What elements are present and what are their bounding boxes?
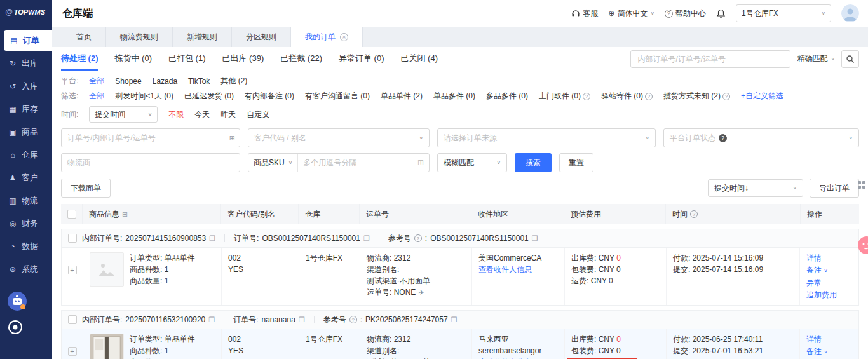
platform-option-all[interactable]: 全部 — [89, 76, 104, 86]
order-source-select[interactable]: 请选择订单来源 ∨ — [437, 128, 656, 147]
status-tab-shipped[interactable]: 已出库 (39) — [222, 47, 264, 71]
multi-input-icon[interactable]: ⊞ — [229, 134, 235, 142]
help-center-link[interactable]: ? 帮助中心 — [665, 8, 706, 19]
filter-option-door-pickup[interactable]: 上门取件 (0) ? — [539, 91, 590, 102]
status-tab-packed[interactable]: 已打包 (1) — [168, 47, 206, 71]
platform-option-shopee[interactable]: Shopee — [115, 77, 141, 86]
filter-option-pickup-unknown[interactable]: 揽货方式未知 (2) ? — [663, 91, 730, 102]
notification-bell-button[interactable] — [716, 9, 726, 18]
order-checkbox[interactable] — [68, 315, 77, 324]
sidebar-item-logistics[interactable]: ▥ 物流 — [0, 191, 52, 211]
quick-search-input[interactable] — [630, 50, 790, 68]
extra-fee-link[interactable]: 追加费用 — [806, 289, 852, 301]
sort-select[interactable]: 提交时间↓ ∨ — [708, 179, 803, 197]
order-checkbox[interactable] — [68, 234, 77, 243]
platform-option-tiktok[interactable]: TikTok — [188, 77, 210, 86]
customer-service-button[interactable]: 客服 — [571, 8, 598, 19]
status-tab-pending[interactable]: 待处理 (2) — [61, 47, 98, 71]
export-orders-button[interactable]: 导出订单 — [810, 179, 859, 198]
tab-zone-rules[interactable]: 分区规则 — [232, 27, 291, 47]
copy-icon[interactable]: ❐ — [451, 316, 458, 324]
platform-option-lazada[interactable]: Lazada — [153, 77, 177, 86]
search-icon-button[interactable] — [841, 50, 859, 68]
product-thumbnail[interactable] — [90, 334, 124, 359]
expand-row-icon[interactable]: + — [68, 347, 77, 356]
time-option-custom[interactable]: 自定义 — [247, 109, 269, 120]
select-all-checkbox[interactable] — [67, 210, 76, 219]
help-icon[interactable]: ? — [690, 210, 698, 218]
tab-close-icon[interactable]: × — [340, 33, 348, 41]
sidebar-item-data[interactable]: ◔ 数据 — [0, 236, 52, 257]
feedback-float-button[interactable] — [858, 236, 868, 254]
filter-option-station-send[interactable]: 驿站寄件 (0) ? — [601, 91, 653, 102]
sidebar-item-system[interactable]: ⊛ 系统 — [0, 259, 52, 280]
copy-icon[interactable]: ❐ — [209, 234, 215, 243]
help-icon[interactable]: ? — [414, 234, 422, 242]
order-no-input[interactable] — [61, 128, 240, 147]
status-tab-picking[interactable]: 拣货中 (0) — [115, 47, 153, 71]
sidebar-item-inventory[interactable]: ▦ 库存 — [0, 99, 52, 119]
customer-code-select[interactable]: 客户代码 / 别名 ∨ — [248, 128, 430, 147]
help-icon[interactable]: ? — [349, 316, 357, 323]
abnormal-link[interactable]: 异常 — [806, 277, 852, 288]
status-tab-intercepted[interactable]: 已拦截 (22) — [280, 47, 322, 71]
filter-option-ship-lt-1day[interactable]: 剩发时间<1天 (0) — [115, 91, 173, 102]
platform-status-select[interactable]: 平台订单状态 ? ∨ — [663, 128, 859, 147]
copy-icon[interactable]: ❐ — [208, 316, 215, 324]
tab-new-rule[interactable]: 新增规则 — [173, 27, 232, 47]
time-option-unlimited[interactable]: 不限 — [168, 109, 184, 120]
filter-option-single-multi[interactable]: 单品多件 (0) — [433, 91, 475, 102]
tab-logistics-fee-rules[interactable]: 物流费规则 — [106, 27, 173, 47]
sidebar-item-orders[interactable]: ▤ 订单 — [4, 30, 52, 51]
filter-option-customer-message[interactable]: 有客户沟通留言 (0) — [305, 91, 370, 102]
help-icon[interactable]: ? — [645, 93, 653, 100]
time-field-select[interactable]: 提交时间 ∨ — [89, 106, 158, 123]
sidebar-item-products[interactable]: ▣ 商品 — [0, 122, 52, 142]
download-label-button[interactable]: 下载面单 — [61, 179, 111, 198]
column-settings-icon[interactable] — [857, 180, 866, 189]
filter-option-all[interactable]: 全部 — [89, 91, 104, 102]
sidebar-item-warehouse[interactable]: ⌂ 仓库 — [0, 145, 52, 165]
detail-link[interactable]: 详情 — [806, 252, 852, 264]
view-recipient-link[interactable]: 查看收件人信息 — [478, 264, 558, 275]
filter-option-internal-note[interactable]: 有内部备注 (0) — [245, 91, 294, 102]
filter-option-single-single[interactable]: 单品单件 (2) — [381, 91, 423, 102]
copy-icon[interactable]: ❐ — [532, 234, 538, 243]
view-recipient-link[interactable]: 查看收件人信息 — [478, 356, 558, 359]
reset-button[interactable]: 重置 — [559, 153, 593, 172]
sidebar-item-inbound[interactable]: ↺ 入库 — [0, 76, 52, 97]
match-mode-select[interactable]: 精确匹配 ∨ — [796, 53, 836, 64]
logistics-provider-input[interactable] — [61, 153, 240, 172]
time-option-today[interactable]: 今天 — [194, 109, 210, 120]
search-button[interactable]: 搜索 — [515, 153, 552, 172]
sidebar-item-finance[interactable]: ◎ 财务 — [0, 213, 52, 234]
tab-my-orders[interactable]: 我的订单 × — [291, 27, 363, 47]
column-toggle-icon[interactable]: ⊞ — [122, 210, 128, 219]
filter-option-delayed[interactable]: 已延迟发货 (0) — [184, 91, 234, 102]
sidebar-item-outbound[interactable]: ↻ 出库 — [0, 53, 52, 74]
remark-link[interactable]: 备注 ∨ — [806, 264, 852, 276]
warehouse-select[interactable]: 1号仓库FX ∨ — [736, 4, 831, 22]
help-icon[interactable]: ? — [722, 93, 730, 100]
time-option-yesterday[interactable]: 昨天 — [220, 109, 236, 120]
detail-link[interactable]: 详情 — [806, 334, 852, 345]
expand-row-icon[interactable]: + — [68, 266, 77, 274]
sku-value-input[interactable]: 多个用逗号分隔 ⊞ — [298, 158, 429, 168]
custom-filter-link[interactable]: +自定义筛选 — [741, 91, 783, 102]
fuzzy-match-select[interactable]: 模糊匹配 ∨ — [437, 153, 507, 172]
filter-option-multi-multi[interactable]: 多品多件 (0) — [486, 91, 528, 102]
record-ring-icon[interactable] — [8, 320, 23, 335]
send-icon[interactable]: ✈ — [418, 288, 424, 296]
status-tab-closed[interactable]: 已关闭 (4) — [400, 47, 438, 71]
assistant-robot-icon[interactable] — [8, 292, 27, 311]
remark-link[interactable]: 备注 ∨ — [806, 346, 852, 358]
multi-input-icon[interactable]: ⊞ — [417, 158, 424, 167]
sku-field-select[interactable]: 商品SKU ∨ — [248, 154, 298, 172]
copy-icon[interactable]: ❐ — [363, 234, 370, 243]
sidebar-item-customers[interactable]: ♟ 客户 — [0, 168, 52, 188]
avatar[interactable] — [841, 4, 859, 22]
status-tab-abnormal[interactable]: 异常订单 (0) — [339, 47, 384, 71]
tab-home[interactable]: 首页 — [62, 27, 106, 47]
language-select[interactable]: ⊕ 简体中文 ∨ — [608, 8, 654, 19]
product-thumbnail[interactable] — [90, 252, 124, 287]
